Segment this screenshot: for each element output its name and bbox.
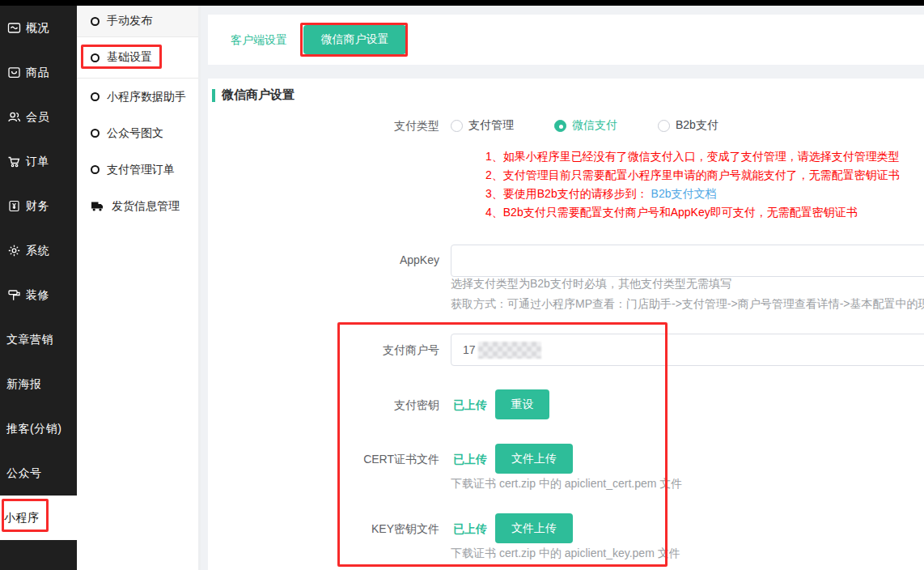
radio-selected-icon [554, 120, 566, 132]
note-line-3-text: 3、要使用B2b支付的请移步到： [485, 187, 648, 200]
order-icon [7, 155, 21, 168]
radio-payment-manage[interactable]: 支付管理 [451, 118, 514, 133]
member-icon [7, 110, 21, 124]
circle-bullet-icon [91, 17, 100, 26]
sidebar-item-label: 会员 [26, 110, 49, 125]
sidebar-item-label: 小程序 [4, 511, 40, 525]
key-file-label: KEY密钥文件 [208, 522, 439, 537]
sidebar-item-member[interactable]: 会员 [0, 95, 77, 139]
radio-b2b-pay[interactable]: B2b支付 [658, 118, 718, 133]
menu-item-label: 手动发布 [107, 14, 152, 28]
menu-item-shipping-info[interactable]: 发货信息管理 [77, 188, 198, 224]
note-line-1: 1、如果小程序里已经没有了微信支付入口，变成了支付管理，请选择支付管理类型 [485, 147, 900, 166]
merchant-settings-card: 微信商户设置 支付类型 支付管理 微信支付 B2b支付 1、如果小程序里已经没有… [208, 79, 924, 570]
sidebar-item-goods[interactable]: 商品 [0, 50, 77, 95]
sidebar-item-mini-program[interactable]: 小程序 [0, 496, 77, 540]
menu-item-miniprogram-data-assistant[interactable]: 小程序数据助手 [77, 79, 198, 115]
admin-app: { "colors": { "primary": "#2ebd99", "not… [0, 0, 924, 570]
pay-secret-label: 支付密钥 [208, 398, 439, 413]
menu-item-basic-settings[interactable]: 基础设置 [77, 37, 198, 79]
menu-item-official-account-articles[interactable]: 公众号图文 [77, 115, 198, 151]
cert-file-help: 下载证书 cert.zip 中的 apiclient_cert.pem 文件 [451, 477, 682, 491]
cert-upload-button[interactable]: 文件上传 [495, 444, 573, 474]
sidebar-item-label: 文章营销 [6, 333, 53, 347]
main-content: 客户端设置 微信商户设置 微信商户设置 支付类型 支付管理 微信支付 B2b支付 [201, 6, 924, 570]
note-line-3: 3、要使用B2b支付的请移步到： B2b支付文档 [485, 185, 900, 203]
key-upload-button[interactable]: 文件上传 [495, 513, 573, 543]
appkey-input[interactable] [451, 245, 924, 277]
merchant-no-value: 17 [463, 343, 476, 356]
sidebar-item-label: 概况 [26, 21, 49, 36]
sidebar-item-label: 推客(分销) [6, 422, 61, 436]
radio-label: B2b支付 [676, 118, 718, 133]
tab-client-settings[interactable]: 客户端设置 [231, 15, 287, 65]
sidebar-item-finance[interactable]: 财务 [0, 184, 77, 228]
menu-item-label: 发货信息管理 [112, 199, 180, 214]
goods-icon [7, 66, 21, 79]
redacted-value [478, 342, 541, 359]
sidebar-item-label: 商品 [26, 66, 49, 80]
circle-bullet-icon [91, 129, 100, 138]
sidebar-item-label: 订单 [26, 155, 49, 169]
payment-notes: 1、如果小程序里已经没有了微信支付入口，变成了支付管理，请选择支付管理类型 2、… [485, 147, 900, 222]
key-file-help: 下载证书 cert.zip 中的 apiclient_key.pem 文件 [451, 547, 680, 561]
sidebar-item-distribution[interactable]: 推客(分销) [0, 406, 77, 451]
section-title-text: 微信商户设置 [222, 87, 295, 103]
sidebar-item-order[interactable]: 订单 [0, 139, 77, 184]
pay-secret-status: 已上传 [453, 398, 487, 413]
note-line-2: 2、支付管理目前只需要配置小程序里申请的商户号就能支付了，无需配置密钥证书 [485, 166, 900, 185]
tab-merchant-settings[interactable]: 微信商户设置 [303, 25, 406, 54]
radio-wechat-pay[interactable]: 微信支付 [554, 118, 617, 133]
menu-item-label: 支付管理订单 [107, 163, 175, 177]
sidebar-item-new-poster[interactable]: 新海报 [0, 362, 77, 406]
sidebar-item-overview[interactable]: 概况 [0, 6, 77, 50]
system-icon [7, 244, 21, 257]
appkey-help-1: 选择支付类型为B2b支付时必填，其他支付类型无需填写 [451, 277, 731, 291]
top-black-strip [0, 0, 924, 6]
cert-file-status: 已上传 [453, 453, 487, 467]
cert-file-label: CERT证书文件 [208, 453, 439, 467]
sidebar-item-article-marketing[interactable]: 文章营销 [0, 317, 77, 362]
menu-item-manual-publish[interactable]: 手动发布 [77, 6, 198, 37]
green-bar-icon [212, 89, 215, 102]
truck-icon [91, 201, 104, 212]
payment-type-label: 支付类型 [208, 119, 439, 134]
reset-secret-button[interactable]: 重设 [495, 389, 549, 419]
menu-item-label: 公众号图文 [107, 126, 163, 141]
sidebar-item-fitment[interactable]: 装修 [0, 273, 77, 317]
menu-item-payment-manage-orders[interactable]: 支付管理订单 [77, 151, 198, 188]
b2b-doc-link[interactable]: B2b支付文档 [651, 187, 717, 200]
secondary-menu: 手动发布 基础设置 小程序数据助手 公众号图文 支付管理订单 发货信息管理 [77, 0, 201, 570]
menu-item-label: 基础设置 [107, 50, 152, 65]
section-title: 微信商户设置 [212, 87, 295, 103]
sidebar-item-label: 装修 [26, 288, 49, 303]
radio-icon [451, 120, 463, 132]
merchant-no-input[interactable]: 17 [451, 334, 924, 366]
sidebar-item-label: 系统 [26, 244, 49, 258]
key-file-status: 已上传 [453, 522, 487, 537]
circle-bullet-icon [91, 53, 100, 62]
sidebar-item-label: 财务 [26, 199, 49, 214]
note-line-4: 4、B2b支付只需要配置支付商户号和AppKey即可支付，无需配置密钥证书 [485, 203, 900, 222]
sidebar-item-label: 公众号 [6, 466, 42, 481]
sidebar-item-system[interactable]: 系统 [0, 228, 77, 273]
circle-bullet-icon [91, 92, 100, 101]
appkey-help-2: 获取方式：可通过小程序MP查看：门店助手->支付管理->商户号管理查看详情->基… [451, 297, 924, 312]
primary-sidebar: 概况 商品 会员 订单 财务 系统 装修 文章营销 [0, 0, 77, 570]
radio-label: 微信支付 [572, 118, 617, 133]
finance-icon [7, 199, 21, 213]
sidebar-item-label: 新海报 [6, 377, 42, 392]
merchant-no-label: 支付商户号 [208, 343, 439, 358]
fitment-icon [7, 288, 21, 302]
payment-type-radio-group: 支付管理 微信支付 B2b支付 [451, 116, 759, 135]
overview-icon [7, 21, 21, 35]
menu-item-label: 小程序数据助手 [107, 90, 186, 104]
appkey-label: AppKey [208, 253, 439, 266]
sidebar-item-official-account[interactable]: 公众号 [0, 451, 77, 496]
tabs-card: 客户端设置 微信商户设置 [208, 15, 924, 65]
radio-label: 支付管理 [468, 118, 514, 133]
radio-icon [658, 120, 670, 132]
circle-bullet-icon [91, 165, 100, 174]
